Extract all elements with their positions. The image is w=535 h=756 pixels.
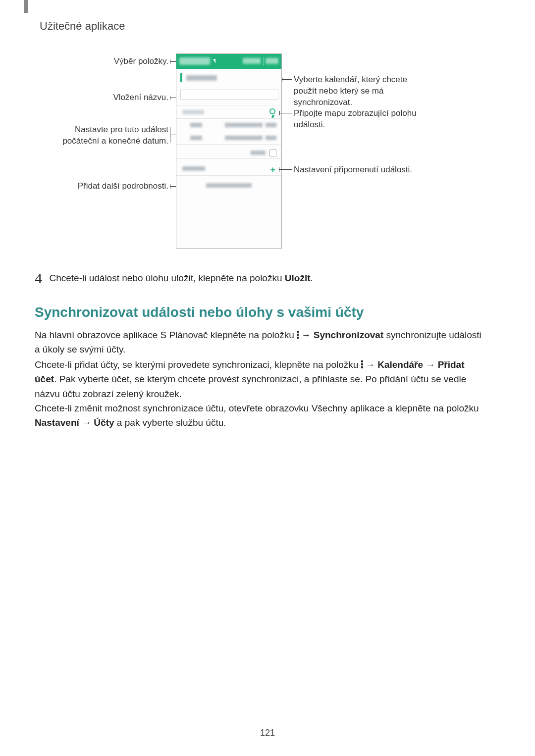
phone-mock: +	[176, 53, 282, 249]
p2-d: . Pak vyberte účet, se kterým chcete pro…	[35, 374, 466, 399]
bar-cancel	[243, 58, 261, 64]
step-text-b: .	[311, 273, 313, 283]
bar-dropdown-text	[179, 57, 210, 65]
header-rule	[24, 0, 28, 13]
p1-a: Na hlavní obrazovce aplikace S Plánovač …	[35, 330, 297, 340]
app-bar	[176, 54, 281, 69]
start-row	[176, 119, 281, 132]
p3-c: Účty	[94, 417, 114, 428]
plus-icon: +	[270, 165, 275, 175]
step-number: 4	[35, 270, 42, 287]
allday-row	[176, 147, 281, 159]
p3-a: Chcete-li změnit možnost synchronizace ú…	[35, 403, 479, 413]
step-text-a: Chcete-li událost nebo úlohu uložit, kle…	[49, 273, 284, 283]
p1-b: Synchronizovat	[314, 330, 383, 340]
dropdown-icon	[213, 59, 215, 63]
paragraph-1: Na hlavní obrazovce aplikace S Plánovač …	[35, 328, 485, 357]
step-text-bold: Uložit	[285, 273, 311, 283]
callout-left-2: Vložení názvu.	[113, 92, 168, 103]
location-row	[176, 105, 281, 119]
location-label	[182, 110, 204, 114]
page-number: 121	[0, 728, 535, 738]
p1-arrow: →	[299, 330, 314, 340]
p3-arrow: →	[79, 417, 94, 428]
p2-b: Kalendáře	[377, 359, 423, 370]
subheading: Synchronizovat události nebo úlohy s vaš…	[35, 304, 364, 320]
calendar-name	[186, 75, 217, 81]
callout-right-1: Vyberte kalendář, který chcete použít ne…	[294, 74, 423, 108]
p3-b: Nastavení	[35, 417, 79, 428]
p2-arrow2: →	[423, 359, 438, 370]
callout-left-3: Nastavte pro tuto událost počáteční a ko…	[37, 124, 168, 147]
callout-left-1: Výběr položky.	[114, 56, 168, 67]
calendar-row	[176, 71, 281, 85]
more-options-row	[176, 179, 281, 193]
p2-arrow1: →	[363, 359, 378, 370]
bar-save	[266, 58, 278, 64]
step-4: 4 Chcete-li událost nebo úlohu uložit, k…	[35, 270, 481, 287]
bar-divider	[263, 57, 264, 66]
p3-d: a pak vyberte službu účtu.	[114, 417, 226, 428]
end-row	[176, 132, 281, 145]
map-pin-icon	[269, 108, 275, 114]
checkbox-icon	[269, 150, 276, 156]
title-input	[180, 90, 278, 100]
section-title: Užitečné aplikace	[40, 20, 125, 33]
paragraph-2: Chcete-li přidat účty, se kterými proved…	[35, 357, 485, 401]
annotated-screenshot: + Výběr položky. Vložení názvu. Nastavte…	[0, 53, 535, 256]
callout-left-4: Přidat další podrobnosti.	[78, 181, 168, 192]
p2-a: Chcete-li přidat účty, se kterými proved…	[35, 359, 361, 370]
reminder-row: +	[176, 162, 281, 176]
paragraph-3: Chcete-li změnit možnost synchronizace ú…	[35, 401, 485, 430]
calendar-color-tick	[180, 73, 182, 82]
callout-right-3: Nastavení připomenutí události.	[294, 164, 423, 176]
callout-right-2: Připojte mapu zobrazující polohu událost…	[294, 108, 423, 131]
